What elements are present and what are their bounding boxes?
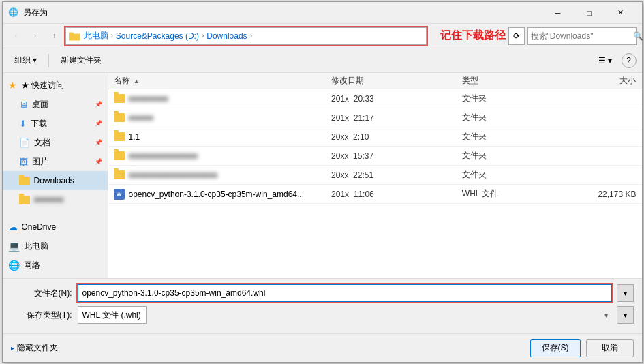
file-type-4: 文件夹 [462,150,549,162]
folder-icon-blurred [19,196,30,204]
view-controls: ☰ ▾ ? [592,52,636,70]
filename-blurred1: ■■■■■■■■ [129,94,168,104]
hide-files-button[interactable]: ▸ 隐藏文件夹 [11,342,58,354]
address-path[interactable]: 此电脑 › Source&Packages (D:) › Downloads › [65,27,427,45]
table-row[interactable]: 1.1 20xx 2:10 文件夹 [108,127,642,147]
table-row[interactable]: ■■■■■■■■■■■■■■■■■■ 20xx 22:51 文件夹 [108,166,642,185]
address-right: ⟳ 🔍 [508,27,637,45]
sidebar-label-quick-access: ★ 快速访问 [21,80,64,91]
sidebar-item-downloads-folder[interactable]: Downloads [3,171,108,190]
pc-icon: 💻 [8,241,20,252]
file-date-1: 201x 20:33 [331,94,462,104]
sidebar-label-downloads: Downloads [34,176,74,185]
filename-input[interactable] [78,284,612,302]
title-bar-buttons: ─ □ ✕ [542,2,637,24]
filename-dropdown-arrow[interactable]: ▾ [617,284,634,302]
sidebar-label-blurred: ■■■■■■ [34,195,64,204]
sidebar: ★ ★ 快速访问 🖥 桌面 📌 ⬇ 下载 📌 📄 文档 📌 🖼 图片 [3,73,108,278]
sidebar-item-pic[interactable]: 🖼 图片 📌 [3,152,108,171]
sidebar-item-onedrive[interactable]: ☁ OneDrive [3,217,108,237]
save-dialog: 🌐 另存为 ─ □ ✕ ‹ › ↑ 此电脑 › Source&Packages … [2,1,643,363]
sort-arrow: ▲ [134,78,140,85]
cancel-button[interactable]: 取消 [586,339,634,357]
breadcrumb-pc[interactable]: 此电脑 [82,30,110,42]
save-button[interactable]: 保存(S) [530,339,581,357]
svg-rect-1 [69,32,74,35]
filename-3: 1.1 [129,132,140,142]
file-type-1: 文件夹 [462,93,549,104]
sidebar-item-blurred[interactable]: ■■■■■■ [3,190,108,209]
toolbar-separator [48,54,49,67]
sidebar-label-pic: 图片 [32,156,48,168]
folder-icon-row5 [114,170,125,179]
col-header-date[interactable]: 修改日期 [331,75,462,87]
sidebar-item-quick-access[interactable]: ★ ★ 快速访问 [3,76,108,95]
title-bar: 🌐 另存为 ─ □ ✕ [3,2,642,24]
forward-button[interactable]: › [27,28,44,44]
filename-blurred5: ■■■■■■■■■■■■■■■■■■ [129,170,217,180]
pic-icon: 🖼 [19,157,28,167]
sidebar-label-doc: 文档 [34,137,50,149]
sidebar-label-onedrive: OneDrive [22,222,57,232]
network-icon: 🌐 [8,260,20,271]
onedrive-icon: ☁ [8,222,18,232]
col-header-type[interactable]: 类型 [462,75,549,87]
breadcrumb-downloads[interactable]: Downloads [205,31,248,41]
new-folder-button[interactable]: 新建文件夹 [55,52,108,70]
filetype-select[interactable]: WHL 文件 (.whl) [78,306,147,324]
refresh-button[interactable]: ⟳ [508,27,525,45]
sidebar-item-desktop[interactable]: 🖥 桌面 📌 [3,95,108,114]
folder-icon-row1 [114,94,125,103]
organize-button[interactable]: 组织 ▾ [8,52,43,70]
action-bar: ▸ 隐藏文件夹 保存(S) 取消 [3,333,642,362]
col-header-name[interactable]: 名称 ▲ [114,75,332,87]
sidebar-item-download[interactable]: ⬇ 下载 📌 [3,114,108,133]
filename-blurred4: ■■■■■■■■■■■■■■ [129,151,198,161]
pin-icon2: 📌 [95,120,102,127]
filetype-row: 保存类型(T): WHL 文件 (.whl) ▾ [11,306,634,324]
folder-icon-row4 [114,151,125,160]
breadcrumb-sep3: › [250,32,252,40]
filetype-dropdown-arrow[interactable]: ▾ [617,306,634,324]
file-size-6: 22,173 KB [549,189,637,199]
sidebar-item-doc[interactable]: 📄 文档 📌 [3,133,108,152]
breadcrumb-sep1: › [111,32,113,40]
col-header-size[interactable]: 大小 [549,75,637,87]
table-row[interactable]: ■■■■■ 201x 21:17 文件夹 [108,108,642,127]
sidebar-item-network[interactable]: 🌐 网络 [3,256,108,275]
table-row[interactable]: ■■■■■■■■ 201x 20:33 文件夹 [108,89,642,108]
back-button[interactable]: ‹ [8,28,25,44]
breadcrumb: 此电脑 › Source&Packages (D:) › Downloads › [82,30,252,42]
file-type-6: WHL 文件 [462,188,549,200]
bottom-form: 文件名(N): ▾ 保存类型(T): WHL 文件 (.whl) ▾ [3,278,642,333]
pin-icon4: 📌 [95,158,102,165]
hide-files-label: 隐藏文件夹 [17,342,58,354]
close-button[interactable]: ✕ [605,2,637,24]
table-row[interactable]: W opencv_python-3.1.0-cp35-cp35m-win_amd… [108,185,642,204]
filename-row: 文件名(N): ▾ [11,284,634,302]
folder-icon-row3 [114,132,125,141]
sidebar-label-desktop: 桌面 [32,99,48,110]
sidebar-item-pc[interactable]: 💻 此电脑 [3,237,108,256]
help-button[interactable]: ? [622,53,637,68]
file-date-3: 20xx 2:10 [331,132,462,142]
file-list-header: 名称 ▲ 修改日期 类型 大小 [108,73,642,89]
table-row[interactable]: ■■■■■■■■■■■■■■ 20xx 15:37 文件夹 [108,147,642,166]
minimize-button[interactable]: ─ [542,2,574,24]
filename-whl: opencv_python-3.1.0-cp35-cp35m-win_amd64… [129,189,304,199]
folder-icon [69,31,80,42]
quick-access-icon: ★ [8,80,17,91]
filename-blurred2: ■■■■■ [129,113,153,123]
search-input[interactable] [531,31,633,41]
up-button[interactable]: ↑ [46,28,63,44]
action-buttons: 保存(S) 取消 [530,339,634,357]
sidebar-label-download: 下载 [31,118,47,130]
filetype-select-wrapper: WHL 文件 (.whl) [78,306,612,324]
doc-icon: 📄 [19,138,30,148]
breadcrumb-drive[interactable]: Source&Packages (D:) [114,31,200,41]
maximize-button[interactable]: □ [574,2,605,24]
search-icon[interactable]: 🔍 [633,31,643,41]
file-type-3: 文件夹 [462,131,549,142]
file-date-6: 201x 11:06 [331,189,462,199]
view-button[interactable]: ☰ ▾ [592,52,618,70]
